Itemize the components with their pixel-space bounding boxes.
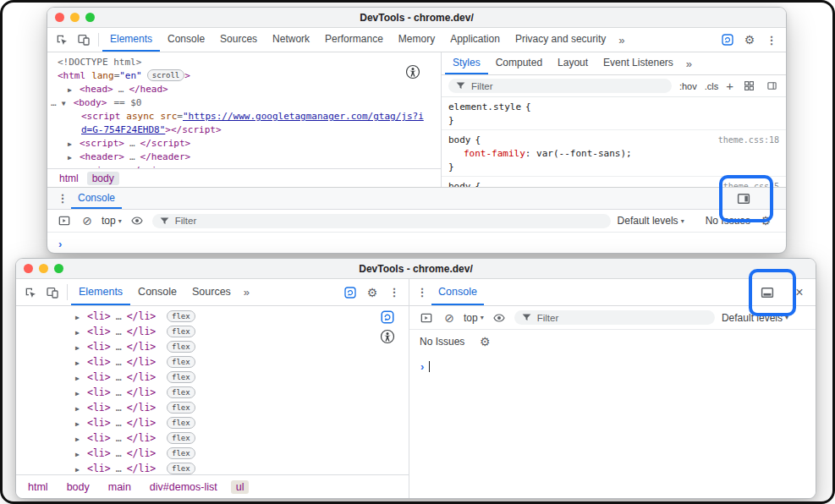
- tree-line-script-gtag-1[interactable]: <scriptasyncsrc="https://www.googletagma…: [47, 110, 441, 123]
- accessibility-icon[interactable]: [402, 64, 424, 79]
- resource-link[interactable]: d=G-754F24EHD8": [81, 124, 165, 135]
- tree-line-doctype[interactable]: <!DOCTYPE html>: [47, 56, 441, 69]
- zoom-window-button[interactable]: [85, 13, 95, 22]
- tab-network[interactable]: Network: [265, 28, 317, 52]
- device-toolbar-icon[interactable]: [73, 28, 95, 52]
- tree-row-li[interactable]: ▶<li>…</li>flex: [16, 385, 409, 400]
- minimize-window-button[interactable]: [39, 264, 48, 273]
- tree-row-li[interactable]: ▶<li>…</li>flex: [16, 309, 409, 324]
- flex-badge[interactable]: flex: [167, 356, 195, 368]
- tree-row-li[interactable]: ▶<li>…</li>flex: [16, 354, 409, 370]
- log-levels-dropdown[interactable]: Default levels▾: [618, 215, 684, 227]
- titlebar[interactable]: DevTools - chrome.dev/: [47, 8, 786, 28]
- cast-icon[interactable]: [376, 310, 398, 325]
- tree-line-html[interactable]: <htmllang="en"scroll>: [47, 69, 441, 83]
- close-window-button[interactable]: [24, 264, 33, 273]
- zoom-window-button[interactable]: [54, 264, 63, 273]
- sidebar-panel-icon[interactable]: [764, 80, 779, 91]
- kebab-menu-icon[interactable]: ⋮: [383, 279, 405, 305]
- breadcrumb-div-demos-list[interactable]: div#demos-list: [145, 480, 222, 494]
- tab-console[interactable]: Console: [130, 279, 184, 305]
- tab-application[interactable]: Application: [442, 28, 508, 52]
- breadcrumb-ul[interactable]: ul: [231, 480, 250, 494]
- flex-badge[interactable]: flex: [167, 310, 195, 322]
- disclosure-arrow-icon[interactable]: ▶: [68, 138, 75, 151]
- kebab-menu-icon[interactable]: ⋮: [761, 28, 783, 52]
- disclosure-arrow-icon[interactable]: ▶: [75, 463, 83, 474]
- console-settings-gear-icon[interactable]: ⚙: [757, 215, 774, 227]
- settings-gear-icon[interactable]: ⚙: [361, 279, 383, 305]
- flex-badge[interactable]: flex: [167, 402, 195, 414]
- flex-badge[interactable]: flex: [167, 341, 195, 353]
- console-prompt[interactable]: ›: [47, 233, 786, 254]
- inspect-icon[interactable]: [51, 28, 73, 52]
- issues-counter[interactable]: No Issues: [706, 215, 750, 227]
- tree-row-li[interactable]: ▶<li>…</li>flex: [16, 339, 409, 354]
- console-filter-input[interactable]: Filter: [514, 310, 715, 325]
- drawer-tab-console[interactable]: Console: [71, 188, 122, 209]
- drawer-menu-icon[interactable]: ⋮: [54, 188, 71, 209]
- tab-console[interactable]: Console: [160, 28, 212, 52]
- disclosure-arrow-icon[interactable]: ▶: [68, 151, 75, 165]
- tree-row-li[interactable]: ▶<li>…</li>flex: [16, 461, 409, 474]
- context-selector[interactable]: top▾: [102, 215, 122, 227]
- tree-line-head[interactable]: ▶<head>…</head>: [47, 83, 441, 96]
- clear-console-icon[interactable]: ⊘: [80, 215, 95, 227]
- console-filter-input[interactable]: Filter: [152, 214, 611, 228]
- console-sidebar-icon[interactable]: [418, 311, 435, 325]
- tree-line-header[interactable]: ▶<header>…</header>: [47, 151, 441, 164]
- tree-line-body[interactable]: …▼<body>== $0: [47, 96, 441, 110]
- settings-gear-icon[interactable]: ⚙: [739, 28, 761, 52]
- rule-body-theme5[interactable]: body{ theme.css:5: [442, 179, 786, 187]
- class-toggle[interactable]: .cls: [705, 81, 719, 91]
- breadcrumb-body[interactable]: body: [87, 172, 119, 185]
- flex-badge[interactable]: flex: [167, 371, 195, 383]
- titlebar[interactable]: DevTools - chrome.dev/: [16, 259, 816, 279]
- tab-elements[interactable]: Elements: [71, 279, 130, 305]
- grid-icon[interactable]: [741, 80, 756, 91]
- breadcrumb-main[interactable]: main: [103, 480, 136, 494]
- pseudo-state-toggle[interactable]: :hov: [679, 81, 697, 91]
- tab-memory[interactable]: Memory: [391, 28, 442, 52]
- more-tabs-icon[interactable]: »: [613, 28, 629, 52]
- cast-icon[interactable]: [717, 28, 739, 52]
- console-sidebar-icon[interactable]: [56, 214, 73, 227]
- tab-styles[interactable]: Styles: [445, 52, 488, 74]
- tab-event-listeners[interactable]: Event Listeners: [596, 52, 681, 74]
- resource-link[interactable]: "https://www.googletagmanager.com/gtag/j…: [183, 111, 424, 122]
- stylesheet-link[interactable]: theme.css:5: [723, 182, 779, 188]
- tab-console[interactable]: Console: [431, 279, 484, 305]
- close-window-button[interactable]: [55, 13, 64, 22]
- rule-element-style[interactable]: element.style{: [442, 100, 786, 113]
- breadcrumb-html[interactable]: html: [54, 172, 84, 185]
- cast-icon[interactable]: [339, 279, 361, 305]
- live-expression-eye-icon[interactable]: [129, 214, 146, 227]
- node-menu-dots[interactable]: …: [51, 97, 57, 108]
- tab-layout[interactable]: Layout: [550, 52, 596, 74]
- inspect-icon[interactable]: [19, 279, 41, 305]
- minimize-window-button[interactable]: [70, 13, 80, 22]
- tab-computed[interactable]: Computed: [488, 52, 550, 74]
- issues-counter[interactable]: No Issues: [420, 336, 464, 348]
- flex-badge[interactable]: flex: [167, 326, 195, 337]
- scroll-badge[interactable]: scroll: [147, 69, 185, 81]
- disclosure-arrow-icon[interactable]: ▶: [68, 84, 75, 97]
- tab-performance[interactable]: Performance: [317, 28, 391, 52]
- dock-to-bottom-button[interactable]: [756, 285, 778, 300]
- flex-badge[interactable]: flex: [167, 386, 195, 398]
- rule-body-theme18[interactable]: body{ theme.css:18: [442, 133, 786, 146]
- tree-line-script[interactable]: ▶<script>…</script>: [47, 137, 441, 151]
- close-devtools-button[interactable]: ×: [792, 286, 807, 299]
- new-style-rule-button[interactable]: +: [726, 79, 733, 92]
- tree-row-li[interactable]: ▶<li>…</li>flex: [16, 446, 409, 461]
- dock-side-button[interactable]: [733, 191, 755, 206]
- tree-row-li[interactable]: ▶<li>…</li>flex: [16, 370, 409, 385]
- console-settings-gear-icon[interactable]: ⚙: [476, 336, 493, 348]
- tree-row-li[interactable]: ▶<li>…</li>flex: [16, 430, 409, 446]
- tree-row-li[interactable]: ▶<li>…</li>flex: [16, 324, 409, 339]
- disclosure-arrow-icon[interactable]: ▼: [62, 97, 69, 111]
- css-declaration[interactable]: font-family: var(--font-sans);: [442, 146, 786, 160]
- console-prompt[interactable]: ›: [409, 353, 816, 379]
- clear-console-icon[interactable]: ⊘: [442, 312, 457, 324]
- live-expression-eye-icon[interactable]: [491, 311, 508, 325]
